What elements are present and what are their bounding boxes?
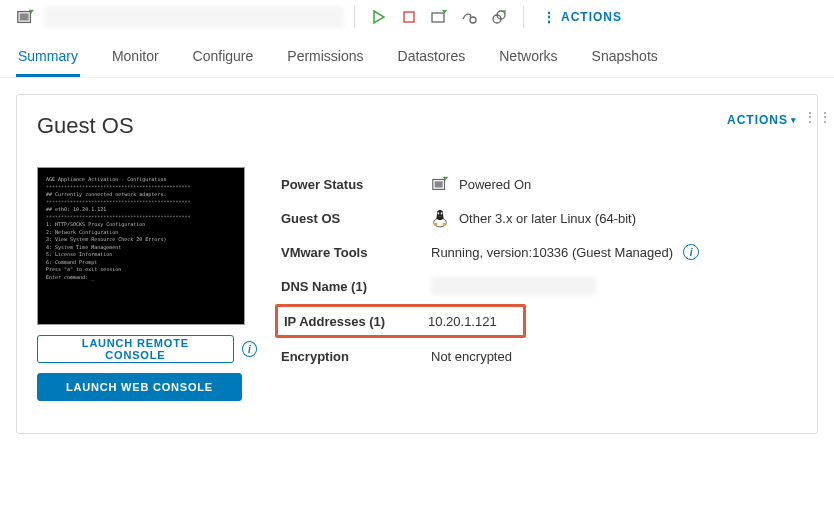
row-guest-os: Guest OS Other 3.x or later Linux (64-bi… [281, 201, 797, 235]
row-encryption: Encryption Not encrypted [281, 339, 797, 373]
tab-label: Monitor [112, 48, 159, 64]
value-ip-addresses: 10.20.1.121 [428, 314, 497, 329]
power-off-icon[interactable] [401, 9, 417, 25]
tab-datastores[interactable]: Datastores [396, 42, 468, 77]
launch-web-console-button[interactable]: LAUNCH WEB CONSOLE [37, 373, 242, 401]
value-dns-redacted [431, 277, 596, 295]
svg-rect-5 [432, 13, 444, 22]
console-line: 2: Network Configuration [46, 229, 236, 237]
console-line: 1: HTTP/SOCKS Proxy Configuration [46, 221, 236, 229]
svg-rect-11 [435, 181, 443, 187]
divider [523, 6, 524, 28]
button-label: LAUNCH WEB CONSOLE [66, 381, 213, 393]
row-dns-name: DNS Name (1) [281, 269, 797, 303]
row-vmware-tools: VMware Tools Running, version:10336 (Gue… [281, 235, 797, 269]
tab-monitor[interactable]: Monitor [110, 42, 161, 77]
guest-os-panel: ⋮⋮ Guest OS ACTIONS ▾ AGE Appliance Acti… [16, 94, 818, 434]
tab-label: Datastores [398, 48, 466, 64]
console-line: 4: System Time Management [46, 244, 236, 252]
label-encryption: Encryption [281, 349, 431, 364]
value-vmware-tools: Running, version:10336 (Guest Managed) [431, 245, 673, 260]
button-label: LAUNCH REMOTE CONSOLE [52, 337, 219, 361]
tab-label: Snapshots [592, 48, 658, 64]
panel-actions-label: ACTIONS [727, 113, 788, 127]
label-power-status: Power Status [281, 177, 431, 192]
console-line: 3: View System Resource Check 20 Errors) [46, 236, 236, 244]
tab-snapshots[interactable]: Snapshots [590, 42, 660, 77]
label-guest-os: Guest OS [281, 211, 431, 226]
info-icon[interactable]: i [242, 341, 257, 357]
console-line: ## eth0: 10.20.1.121 [46, 206, 236, 214]
svg-marker-3 [374, 11, 384, 23]
tab-label: Permissions [287, 48, 363, 64]
drag-handle-icon[interactable]: ⋮⋮ [803, 109, 833, 125]
label-dns-name: DNS Name (1) [281, 279, 431, 294]
power-on-icon[interactable] [371, 9, 387, 25]
svg-point-7 [470, 17, 476, 23]
powered-on-icon [431, 175, 449, 193]
value-power-status: Powered On [459, 177, 531, 192]
vm-icon [16, 8, 34, 26]
properties-list: Power Status Powered On Guest OS Other 3… [281, 167, 797, 401]
info-icon[interactable]: i [683, 244, 699, 260]
console-line: 5: License Information [46, 251, 236, 259]
toolbar-actions [365, 9, 513, 25]
panel-title: Guest OS [37, 113, 134, 139]
title-bar: ⋮ ACTIONS [0, 0, 834, 34]
linux-icon [431, 208, 449, 228]
panel-actions-menu[interactable]: ACTIONS ▾ [727, 113, 797, 127]
launch-remote-console-button[interactable]: LAUNCH REMOTE CONSOLE [37, 335, 234, 363]
header-actions-label: ACTIONS [561, 10, 622, 24]
console-line: ****************************************… [46, 199, 236, 207]
value-guest-os: Other 3.x or later Linux (64-bit) [459, 211, 636, 226]
console-line: 6: Command Prompt [46, 259, 236, 267]
value-encryption: Not encrypted [431, 349, 512, 364]
svg-rect-4 [404, 12, 414, 22]
tab-permissions[interactable]: Permissions [285, 42, 365, 77]
console-line: ****************************************… [46, 184, 236, 192]
console-line: Enter command: _ [46, 274, 236, 282]
tab-networks[interactable]: Networks [497, 42, 559, 77]
tab-configure[interactable]: Configure [191, 42, 256, 77]
label-vmware-tools: VMware Tools [281, 245, 431, 260]
snapshot-icon[interactable] [491, 9, 507, 25]
launch-console-icon[interactable] [431, 9, 447, 25]
label-ip-addresses: IP Addresses (1) [284, 314, 428, 329]
row-ip-addresses: IP Addresses (1) 10.20.1.121 [275, 304, 526, 338]
svg-point-14 [438, 212, 440, 214]
divider [354, 6, 355, 28]
chevron-down-icon: ▾ [791, 115, 797, 125]
svg-point-15 [441, 212, 443, 214]
migrate-icon[interactable] [461, 9, 477, 25]
vm-name-redacted [44, 6, 344, 28]
console-thumbnail[interactable]: AGE Appliance Activation - Configuration… [37, 167, 245, 325]
tab-label: Configure [193, 48, 254, 64]
console-line: AGE Appliance Activation - Configuration [46, 176, 236, 184]
tab-label: Networks [499, 48, 557, 64]
tab-summary[interactable]: Summary [16, 42, 80, 77]
header-actions-menu[interactable]: ⋮ ACTIONS [534, 10, 622, 24]
svg-rect-1 [20, 13, 29, 20]
console-line: ****************************************… [46, 214, 236, 222]
console-line: Press "a" to exit session [46, 266, 236, 274]
menu-dots-icon: ⋮ [542, 12, 557, 22]
row-power-status: Power Status Powered On [281, 167, 797, 201]
console-line: ## Currently connected network adapters: [46, 191, 236, 199]
tab-bar: Summary Monitor Configure Permissions Da… [0, 34, 834, 78]
tab-label: Summary [18, 48, 78, 64]
